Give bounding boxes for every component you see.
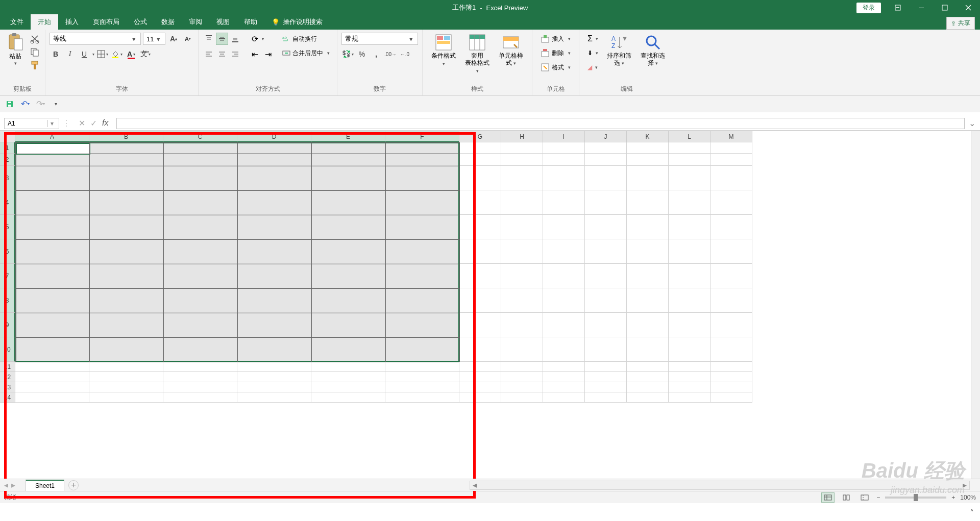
zoom-out-button[interactable]: − — [876, 494, 880, 501]
cell[interactable] — [501, 372, 543, 382]
cell[interactable] — [627, 190, 669, 215]
cell[interactable] — [501, 392, 543, 403]
format-as-table-button[interactable]: 套用 表格格式 — [460, 32, 494, 77]
comma-button[interactable]: , — [370, 48, 382, 60]
cell[interactable] — [89, 372, 163, 382]
scroll-right-button[interactable]: ▸ — [960, 480, 969, 490]
cell[interactable] — [710, 382, 752, 392]
cell[interactable] — [627, 142, 669, 154]
column-header[interactable]: F — [385, 131, 459, 142]
cell[interactable] — [627, 392, 669, 403]
cell[interactable] — [710, 154, 752, 166]
cell[interactable] — [627, 372, 669, 382]
column-header[interactable]: D — [237, 131, 311, 142]
cell-styles-button[interactable]: 单元格样式 — [494, 32, 528, 69]
tab-view[interactable]: 视图 — [209, 14, 237, 30]
cell[interactable] — [15, 372, 89, 382]
cell[interactable] — [459, 392, 501, 403]
cell[interactable] — [501, 166, 543, 190]
cell[interactable] — [15, 362, 89, 372]
cell[interactable] — [543, 142, 585, 154]
row-header[interactable]: 11 — [0, 362, 15, 372]
login-button[interactable]: 登录 — [856, 3, 881, 13]
align-left-button[interactable] — [203, 48, 215, 60]
row-header[interactable]: 14 — [0, 392, 15, 403]
cell[interactable] — [710, 215, 752, 239]
cell[interactable] — [543, 166, 585, 190]
cell[interactable] — [385, 372, 459, 382]
tab-insert[interactable]: 插入 — [58, 14, 86, 30]
cell[interactable] — [459, 288, 501, 313]
page-layout-view-button[interactable] — [840, 492, 853, 503]
collapse-ribbon-button[interactable]: ˄ — [970, 508, 974, 518]
row-header[interactable]: 8 — [0, 288, 15, 313]
cell[interactable] — [669, 372, 710, 382]
indent-decrease-button[interactable]: ⇤ — [249, 48, 261, 60]
cell[interactable] — [459, 382, 501, 392]
copy-icon[interactable] — [30, 47, 40, 57]
cell[interactable] — [385, 382, 459, 392]
align-bottom-button[interactable] — [229, 33, 241, 45]
orientation-button[interactable]: ⟳ — [249, 33, 261, 45]
tab-data[interactable]: 数据 — [154, 14, 182, 30]
increase-font-button[interactable]: A▴ — [167, 33, 180, 45]
tell-me[interactable]: 💡 操作说明搜索 — [264, 14, 330, 30]
column-header[interactable]: J — [585, 131, 627, 142]
cell[interactable] — [459, 142, 501, 154]
column-header[interactable]: B — [89, 131, 163, 142]
row-header[interactable]: 12 — [0, 372, 15, 382]
cell[interactable] — [501, 264, 543, 288]
cell[interactable] — [543, 362, 585, 372]
cell[interactable] — [237, 372, 311, 382]
cell[interactable] — [501, 154, 543, 166]
cell[interactable] — [459, 239, 501, 264]
cell[interactable] — [627, 313, 669, 337]
cell[interactable] — [237, 392, 311, 403]
row-header[interactable]: 3 — [0, 166, 15, 190]
cell[interactable] — [585, 215, 627, 239]
cell[interactable] — [627, 288, 669, 313]
cell[interactable] — [669, 190, 710, 215]
cell[interactable] — [585, 264, 627, 288]
cell[interactable] — [710, 337, 752, 362]
cell[interactable] — [501, 215, 543, 239]
cell[interactable] — [543, 215, 585, 239]
sheet-tab-1[interactable]: Sheet1 — [26, 480, 64, 491]
cell[interactable] — [543, 190, 585, 215]
select-all-corner[interactable] — [0, 131, 15, 142]
cell[interactable] — [710, 372, 752, 382]
borders-button[interactable] — [96, 48, 109, 60]
cell[interactable] — [543, 372, 585, 382]
cell[interactable] — [15, 382, 89, 392]
cells-area[interactable] — [15, 142, 980, 479]
row-header[interactable]: 7 — [0, 264, 15, 288]
underline-button[interactable]: U — [78, 48, 90, 60]
increase-decimal-button[interactable]: .00→ — [384, 48, 397, 60]
cell[interactable] — [163, 382, 237, 392]
cell[interactable] — [710, 362, 752, 372]
cell[interactable] — [543, 392, 585, 403]
cell[interactable] — [627, 382, 669, 392]
cell[interactable] — [543, 239, 585, 264]
cell[interactable] — [585, 313, 627, 337]
accounting-format-button[interactable]: 💱 — [341, 48, 354, 60]
cell[interactable] — [669, 362, 710, 372]
scroll-left-button[interactable]: ◂ — [470, 480, 479, 490]
cell[interactable] — [669, 215, 710, 239]
row-header[interactable]: 10 — [0, 337, 15, 362]
cell[interactable] — [627, 215, 669, 239]
cell[interactable] — [459, 337, 501, 362]
cell[interactable] — [459, 190, 501, 215]
cell[interactable] — [459, 313, 501, 337]
cell[interactable] — [627, 239, 669, 264]
merge-center-button[interactable]: 合并后居中 ▾ — [279, 47, 333, 59]
cell[interactable] — [459, 362, 501, 372]
font-size-combo[interactable]: 11 ▾ — [143, 33, 165, 45]
sort-filter-button[interactable]: AZ 排序和筛选 — [602, 32, 636, 69]
cell[interactable] — [163, 392, 237, 403]
cell[interactable] — [710, 142, 752, 154]
column-header[interactable]: H — [501, 131, 543, 142]
cell[interactable] — [501, 190, 543, 215]
cell[interactable] — [669, 166, 710, 190]
cell[interactable] — [585, 142, 627, 154]
